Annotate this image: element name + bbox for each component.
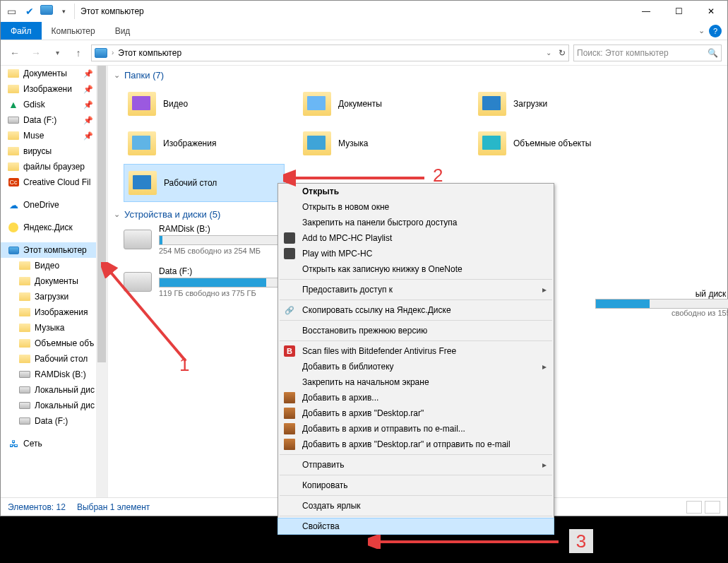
tree-item[interactable]: Документы (1, 273, 107, 289)
nav-up-button[interactable]: ↑ (70, 45, 87, 61)
tree-item[interactable]: 🖧Сеть (1, 436, 107, 451)
context-menu-item[interactable]: Добавить в архив... (278, 390, 554, 405)
folder-tile[interactable]: Видео (124, 85, 293, 123)
refresh-icon[interactable]: ↻ (559, 48, 566, 58)
svg-line-0 (108, 269, 186, 361)
context-menu-item[interactable]: Добавить в архив и отправить по e-mail..… (278, 421, 554, 437)
tree-item[interactable]: RAMDisk (B:) (1, 367, 107, 382)
tree-item[interactable]: файлы браузер (1, 159, 107, 174)
maximize-button[interactable]: ☐ (662, 1, 695, 22)
tree-item[interactable]: Музыка (1, 320, 107, 336)
nav-back-button[interactable]: ← (6, 45, 23, 61)
disk-icon (8, 114, 19, 126)
menu-item-label: Закрепить на панели быстрого доступа (302, 218, 458, 227)
tree-item[interactable]: Изображени📌 (1, 81, 107, 97)
tree-item-label: Data (F:) (35, 416, 68, 426)
context-menu-item[interactable]: Открыть в новом окне (278, 199, 554, 215)
folder-tile[interactable]: Рабочий стол (124, 164, 285, 202)
disk-icon (19, 400, 30, 411)
folder-tile[interactable]: Объемные объекты (474, 124, 643, 162)
view-tiles-button[interactable] (705, 501, 720, 514)
context-menu-item[interactable]: Add to MPC-HC Playlist (278, 230, 554, 246)
status-selected: Выбран 1 элемент (77, 502, 150, 512)
tree-item[interactable]: Data (F:) (1, 413, 107, 429)
lib-icon (19, 260, 30, 271)
tree-item-label: Видео (35, 261, 59, 271)
lib-icon (19, 291, 30, 302)
tree-item-label: Музыка (35, 323, 64, 333)
ribbon-view-tab[interactable]: Вид (105, 22, 141, 40)
folder-tile[interactable]: Музыка (299, 124, 468, 162)
qat-check-icon[interactable]: ✔ (22, 4, 37, 19)
tree-item[interactable]: Muse📌 (1, 128, 107, 143)
minimize-button[interactable]: — (630, 1, 662, 22)
context-menu-item[interactable]: Открыть как записную книжку в OneNote (278, 261, 554, 277)
tree-item[interactable]: Документы📌 (1, 66, 107, 81)
tree-item[interactable]: Локальный дис (1, 382, 107, 398)
tree-item[interactable]: вирусы (1, 143, 107, 159)
close-button[interactable]: ✕ (695, 1, 727, 22)
quick-access-toolbar: ▭ ✔ ▾ (4, 4, 75, 19)
titlebar: ▭ ✔ ▾ Этот компьютер — ☐ ✕ (1, 1, 727, 22)
folder-tile[interactable]: Загрузки (474, 85, 643, 123)
annotation-num-3: 3 (569, 529, 593, 553)
context-menu-item[interactable]: Свойства (278, 518, 554, 534)
folders-header-label: Папки (7) (124, 70, 164, 81)
qat-dropdown-icon[interactable]: ▾ (56, 4, 71, 19)
tree-item-label: Data (F:) (23, 115, 56, 125)
context-menu-item[interactable]: Play with MPC-HC (278, 246, 554, 261)
tree-item[interactable]: Видео (1, 258, 107, 273)
search-input[interactable]: Поиск: Этот компьютер 🔍 (573, 45, 722, 61)
tree-item-label: Яндекс.Диск (23, 223, 73, 232)
tree-item[interactable]: Data (F:)📌 (1, 112, 107, 128)
address-bar[interactable]: › Этот компьютер ⌄ ↻ (91, 45, 569, 61)
context-menu-item[interactable]: Восстановить прежнюю версию (278, 323, 554, 338)
context-menu-item[interactable]: BScan files with Bitdefender Antivirus F… (278, 343, 554, 359)
tree-item[interactable]: Изображения (1, 304, 107, 320)
tree-item[interactable]: Рабочий стол (1, 351, 107, 367)
bitdefender-icon: B (284, 345, 295, 357)
folder-icon (303, 92, 331, 116)
folder-tile[interactable]: Документы (299, 85, 468, 123)
menu-item-label: Закрепить на начальном экране (302, 377, 429, 387)
tree-item[interactable]: Локальный дис (1, 398, 107, 413)
cc-icon: Cc (8, 177, 19, 188)
context-menu-item[interactable]: Предоставить доступ к▸ (278, 282, 554, 297)
context-menu-item[interactable]: Добавить в библиотеку▸ (278, 359, 554, 374)
context-menu-item[interactable]: 🔗Скопировать ссылку на Яндекс.Диске (278, 302, 554, 318)
tree-item[interactable]: CcCreative Cloud Fil (1, 174, 107, 190)
tree-item[interactable]: Этот компьютер (1, 242, 107, 258)
context-menu-item[interactable]: Закрепить на начальном экране (278, 374, 554, 390)
help-icon[interactable]: ? (709, 25, 722, 37)
context-menu-item[interactable]: Создать ярлык (278, 498, 554, 514)
tree-item[interactable]: ☁OneDrive (1, 197, 107, 213)
context-menu-item[interactable]: Добавить в архив "Desktop.rar" и отправи… (278, 437, 554, 452)
pin-icon: 📌 (83, 131, 93, 141)
nav-tree[interactable]: Документы📌Изображени📌▲Gdisk📌Data (F:)📌Mu… (1, 66, 108, 498)
tree-item[interactable]: ▲Gdisk📌 (1, 97, 107, 112)
menu-item-label: Добавить в архив и отправить по e-mail..… (302, 424, 465, 434)
tree-item-label: Объемные объ (35, 338, 94, 348)
address-dropdown-icon[interactable]: ⌄ (546, 49, 551, 57)
nav-forward-button[interactable]: → (28, 45, 44, 61)
view-details-button[interactable] (686, 501, 702, 514)
nav-recent-icon[interactable]: ▾ (49, 45, 66, 61)
folders-section-header[interactable]: ⌄ Папки (7) (114, 70, 722, 81)
tree-item[interactable]: Загрузки (1, 289, 107, 304)
breadcrumb-this-pc[interactable]: Этот компьютер (118, 48, 181, 58)
tree-item[interactable]: Яндекс.Диск (1, 220, 107, 235)
menu-item-label: Восстановить прежнюю версию (302, 326, 427, 336)
context-menu-item[interactable]: Копировать (278, 478, 554, 493)
context-menu-item[interactable]: Закрепить на панели быстрого доступа (278, 215, 554, 230)
ribbon-expand-icon[interactable]: ⌄ (698, 26, 705, 35)
drive-tile-partial[interactable]: ый диск (E:) свободно из 155 ГБ (595, 289, 728, 317)
folder-tile[interactable]: Изображения (124, 124, 293, 162)
ribbon-computer-tab[interactable]: Компьютер (42, 22, 105, 40)
yandex-icon (8, 222, 19, 233)
context-menu-item[interactable]: Добавить в архив "Desktop.rar" (278, 405, 554, 421)
ribbon-file-tab[interactable]: Файл (1, 22, 42, 40)
tree-item[interactable]: Объемные объ (1, 336, 107, 351)
qat-properties-icon[interactable]: ▭ (4, 4, 19, 19)
folder-label: Загрузки (513, 99, 547, 109)
context-menu-item[interactable]: Отправить▸ (278, 457, 554, 473)
